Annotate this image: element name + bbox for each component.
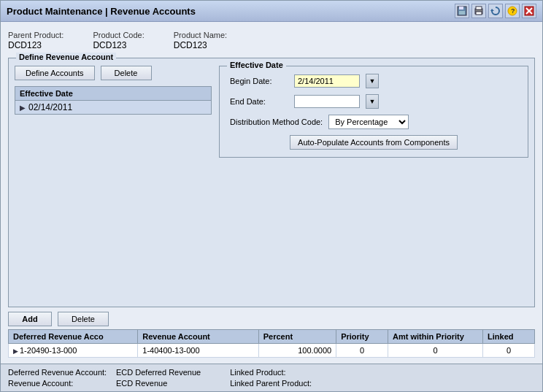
table-buttons: Add Delete bbox=[8, 312, 535, 326]
define-revenue-inner: Define Accounts Delete Effective Date ▶ … bbox=[15, 66, 528, 158]
svg-rect-5 bbox=[476, 12, 482, 15]
refresh-icon bbox=[490, 6, 501, 16]
cell-amt: 0 bbox=[388, 344, 483, 358]
product-info: Parent Product: DCD123 Product Code: DCD… bbox=[8, 28, 535, 53]
footer-linked-parent-label: Linked Parent Product: bbox=[230, 379, 332, 388]
begin-date-row: Begin Date: ▼ bbox=[230, 74, 517, 88]
col-header-deferred: Deferred Revenue Acco bbox=[9, 330, 138, 344]
data-table: Deferred Revenue Acco Revenue Account Pe… bbox=[8, 329, 535, 358]
cell-revenue: 1-40400-13-000 bbox=[138, 344, 258, 358]
title-icons: ? bbox=[455, 4, 536, 18]
group-title: Define Revenue Account bbox=[16, 53, 116, 61]
parent-product-label: Parent Product: bbox=[8, 31, 63, 39]
product-name-label: Product Name: bbox=[174, 31, 227, 39]
footer-col-right: Linked Product: Linked Parent Product: bbox=[230, 368, 338, 388]
col-header-revenue: Revenue Account bbox=[138, 330, 258, 344]
svg-rect-2 bbox=[459, 11, 465, 15]
table-header-row: Deferred Revenue Acco Revenue Account Pe… bbox=[9, 330, 535, 344]
left-buttons: Define Accounts Delete bbox=[15, 66, 212, 80]
svg-rect-1 bbox=[459, 7, 463, 9]
define-accounts-button[interactable]: Define Accounts bbox=[15, 66, 95, 80]
effective-date-form-group: Effective Date Begin Date: ▼ End Date: ▼ bbox=[219, 66, 528, 158]
footer-revenue-label: Revenue Account: bbox=[8, 379, 110, 388]
table-row[interactable]: ▶1-20490-13-000 1-40400-13-000 100.0000 … bbox=[9, 344, 535, 358]
parent-product-value: DCD123 bbox=[8, 40, 63, 50]
define-revenue-group: Define Revenue Account Define Accounts D… bbox=[8, 58, 535, 307]
end-date-label: End Date: bbox=[230, 97, 288, 106]
col-header-priority: Priority bbox=[336, 330, 388, 344]
end-date-row: End Date: ▼ bbox=[230, 94, 517, 109]
parent-product-field: Parent Product: DCD123 bbox=[8, 31, 63, 50]
footer-deferred-value: ECD Deferred Revenue bbox=[116, 368, 201, 377]
print-icon bbox=[474, 6, 484, 16]
main-window: Product Maintenance | Revenue Accounts bbox=[0, 0, 543, 392]
table-area: Add Delete Deferred Revenue Acco Revenue… bbox=[8, 312, 535, 358]
close-icon-btn[interactable] bbox=[522, 4, 536, 18]
footer-col-left: Deferred Revenue Account: ECD Deferred R… bbox=[8, 368, 201, 388]
effective-date-form-title: Effective Date bbox=[227, 61, 286, 69]
distribution-select[interactable]: By Percentage By Amount By Priority bbox=[328, 115, 409, 129]
distribution-row: Distribution Method Code: By Percentage … bbox=[230, 115, 517, 129]
list-item[interactable]: ▶ 02/14/2011 bbox=[15, 101, 211, 114]
content-area: Parent Product: DCD123 Product Code: DCD… bbox=[1, 22, 542, 364]
cell-percent: 100.0000 bbox=[258, 344, 336, 358]
product-name-value: DCD123 bbox=[174, 40, 227, 50]
auto-populate-button[interactable]: Auto-Populate Accounts from Components bbox=[290, 135, 458, 150]
add-button[interactable]: Add bbox=[8, 312, 52, 326]
cell-deferred: ▶1-20490-13-000 bbox=[9, 344, 138, 358]
distribution-label: Distribution Method Code: bbox=[230, 118, 323, 126]
auto-populate-row: Auto-Populate Accounts from Components bbox=[230, 135, 517, 150]
svg-rect-4 bbox=[476, 7, 482, 9]
begin-date-dropdown-btn[interactable]: ▼ bbox=[366, 74, 379, 88]
svg-text:?: ? bbox=[511, 7, 515, 15]
product-name-field: Product Name: DCD123 bbox=[174, 31, 227, 50]
svg-marker-6 bbox=[490, 9, 494, 11]
footer-deferred-row: Deferred Revenue Account: ECD Deferred R… bbox=[8, 368, 201, 377]
end-date-dropdown-btn[interactable]: ▼ bbox=[366, 94, 379, 109]
save-icon bbox=[457, 6, 467, 16]
footer-revenue-value: ECD Revenue bbox=[116, 379, 167, 388]
delete-button-table[interactable]: Delete bbox=[58, 312, 109, 326]
cell-priority: 0 bbox=[336, 344, 388, 358]
footer-linked-product-row: Linked Product: bbox=[230, 368, 338, 377]
product-code-label: Product Code: bbox=[93, 31, 144, 39]
help-icon-btn[interactable]: ? bbox=[505, 4, 520, 18]
cell-linked: 0 bbox=[483, 344, 535, 358]
footer-deferred-label: Deferred Revenue Account: bbox=[8, 368, 110, 377]
help-icon: ? bbox=[507, 6, 517, 16]
right-panel: Effective Date Begin Date: ▼ End Date: ▼ bbox=[219, 66, 528, 158]
begin-date-label: Begin Date: bbox=[230, 77, 288, 85]
footer-linked-product-label: Linked Product: bbox=[230, 368, 332, 377]
left-panel: Define Accounts Delete Effective Date ▶ … bbox=[15, 66, 212, 158]
begin-date-input[interactable] bbox=[294, 74, 360, 88]
list-arrow-icon: ▶ bbox=[20, 104, 26, 112]
effective-date-list: Effective Date ▶ 02/14/2011 bbox=[15, 86, 212, 115]
product-code-value: DCD123 bbox=[93, 40, 144, 50]
col-header-linked: Linked bbox=[483, 330, 535, 344]
title-bar: Product Maintenance | Revenue Accounts bbox=[1, 1, 542, 22]
save-icon-btn[interactable] bbox=[455, 4, 469, 18]
close-icon bbox=[524, 6, 534, 16]
col-header-amt: Amt within Priority bbox=[388, 330, 483, 344]
footer-linked-parent-row: Linked Parent Product: bbox=[230, 379, 338, 388]
footer-revenue-row: Revenue Account: ECD Revenue bbox=[8, 379, 201, 388]
table-body: ▶1-20490-13-000 1-40400-13-000 100.0000 … bbox=[9, 344, 535, 358]
list-item-date: 02/14/2011 bbox=[28, 102, 72, 112]
list-header: Effective Date bbox=[15, 87, 211, 101]
product-code-field: Product Code: DCD123 bbox=[93, 31, 144, 50]
footer-area: Deferred Revenue Account: ECD Deferred R… bbox=[1, 364, 542, 391]
delete-button-left[interactable]: Delete bbox=[101, 66, 152, 80]
refresh-icon-btn[interactable] bbox=[488, 4, 503, 18]
col-header-percent: Percent bbox=[258, 330, 336, 344]
print-icon-btn[interactable] bbox=[471, 4, 486, 18]
end-date-input[interactable] bbox=[294, 95, 360, 108]
page-title: Product Maintenance | Revenue Accounts bbox=[7, 6, 196, 17]
